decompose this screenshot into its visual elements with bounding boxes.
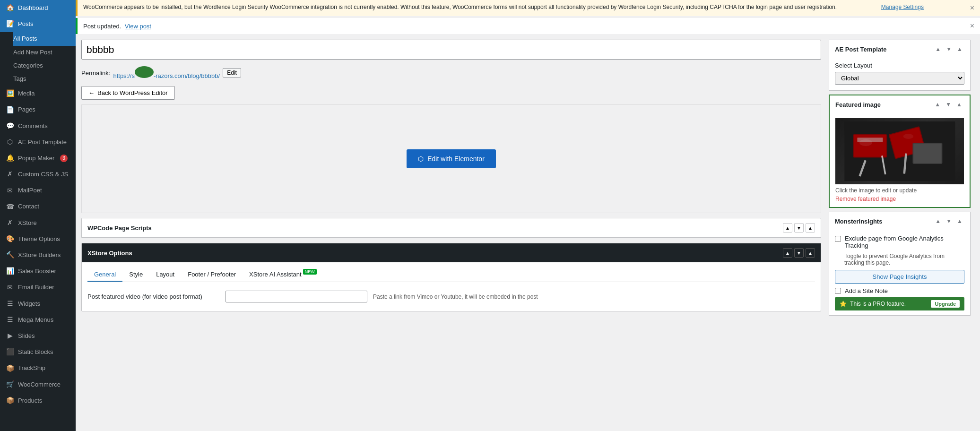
upgrade-button[interactable]: Upgrade xyxy=(931,300,960,308)
sidebar-item-sales-booster[interactable]: 📊 Sales Booster xyxy=(0,263,76,279)
pro-feature-bar: ⭐ This is a PRO feature. Upgrade xyxy=(835,297,964,310)
sidebar-item-theme-options[interactable]: 🎨 Theme Options xyxy=(0,231,76,247)
monster-collapse-down-btn[interactable]: ▼ xyxy=(944,217,954,225)
back-arrow-icon: ← xyxy=(88,89,95,96)
sidebar-item-comments[interactable]: 💬 Comments xyxy=(0,118,76,134)
sidebar-item-mailpoet[interactable]: ✉ MailPoet xyxy=(0,182,76,198)
sidebar-item-pages[interactable]: 📄 Pages xyxy=(0,102,76,118)
sidebar-item-xstore[interactable]: ✗ XStore xyxy=(0,215,76,231)
wpcode-expand-btn[interactable]: ▼ xyxy=(794,223,804,233)
layout-select[interactable]: Global Option 2 Option 3 xyxy=(835,72,964,85)
view-post-link[interactable]: View post xyxy=(125,23,151,30)
updated-text: Post updated. xyxy=(83,23,121,30)
sidebar-item-widgets[interactable]: ☰ Widgets xyxy=(0,296,76,312)
featured-video-input[interactable] xyxy=(225,291,367,302)
updated-close-btn[interactable]: × xyxy=(970,22,974,30)
sidebar-item-posts[interactable]: 📝 Posts xyxy=(0,16,76,32)
sidebar-item-add-new-post[interactable]: Add New Post xyxy=(13,46,76,59)
sidebar-item-tags[interactable]: Tags xyxy=(13,72,76,86)
xstore-header[interactable]: XStore Options ▲ ▼ ▲ xyxy=(82,243,821,262)
select-layout-section: Select Layout Global Option 2 Option 3 xyxy=(829,58,970,90)
sidebar-item-popup-maker[interactable]: 🔔 Popup Maker 3 xyxy=(0,150,76,166)
wpcode-collapse-btn[interactable]: ▲ xyxy=(783,223,792,233)
email-builder-icon: ✉ xyxy=(6,283,14,292)
ae-collapse-up-btn[interactable]: ▲ xyxy=(933,45,943,53)
manage-settings-link[interactable]: Manage Settings xyxy=(881,4,924,10)
wpcode-metabox: WPCode Page Scripts ▲ ▼ ▲ xyxy=(81,218,821,238)
tracking-description: Toggle to prevent Google Analytics from … xyxy=(844,253,964,266)
sidebar-item-media[interactable]: 🖼️ Media xyxy=(0,86,76,102)
exclude-analytics-row: Exclude page from Google Analytics Track… xyxy=(835,235,964,249)
monster-collapse-up-btn[interactable]: ▲ xyxy=(933,217,943,225)
pro-feature-text: ⭐ This is a PRO feature. xyxy=(840,301,906,307)
tab-footer-prefooter[interactable]: Footer / Prefooter xyxy=(181,268,243,282)
wpcode-controls: ▲ ▼ ▲ xyxy=(783,223,815,233)
sidebar-item-dashboard[interactable]: 🏠 Dashboard xyxy=(0,0,76,16)
field-hint: Paste a link from Vimeo or Youtube, it w… xyxy=(373,293,538,300)
theme-options-icon: 🎨 xyxy=(6,235,14,243)
popup-maker-icon: 🔔 xyxy=(6,154,14,163)
featured-toggle-btn[interactable]: ▲ xyxy=(954,100,964,109)
comments-icon: 💬 xyxy=(6,122,14,130)
ae-panel-controls: ▲ ▼ ▲ xyxy=(933,45,964,53)
sidebar-item-categories[interactable]: Categories xyxy=(13,59,76,72)
exclude-analytics-label: Exclude page from Google Analytics Track… xyxy=(845,235,964,249)
tab-ai-assistant[interactable]: XStore AI Assistant NEW xyxy=(243,268,318,282)
back-to-wordpress-editor-button[interactable]: ← Back to WordPress Editor xyxy=(81,86,175,100)
contact-icon: ☎ xyxy=(6,203,14,211)
permalink-edit-button[interactable]: Edit xyxy=(223,68,241,78)
dashboard-icon: 🏠 xyxy=(6,4,14,12)
woocommerce-icon: 🛒 xyxy=(6,380,14,389)
add-site-note-checkbox[interactable] xyxy=(835,288,841,294)
featured-image-header[interactable]: Featured image ▲ ▼ ▲ xyxy=(830,95,970,113)
featured-collapse-up-btn[interactable]: ▲ xyxy=(933,100,942,109)
updated-bar: Post updated. View post × xyxy=(76,18,980,34)
featured-image-thumbnail[interactable] xyxy=(835,118,964,184)
monster-insights-body: Exclude page from Google Analytics Track… xyxy=(829,230,970,315)
xstore-builders-icon: 🔨 xyxy=(6,251,14,259)
xstore-toggle-btn[interactable]: ▲ xyxy=(806,248,815,258)
show-page-insights-button[interactable]: Show Page Insights xyxy=(835,270,964,284)
ae-toggle-btn[interactable]: ▲ xyxy=(955,45,964,53)
right-sidebar: AE Post Template ▲ ▼ ▲ Select Layout Glo… xyxy=(829,40,971,425)
sidebar-item-email-builder[interactable]: ✉ Email Builder xyxy=(0,279,76,295)
sidebar-item-static-blocks[interactable]: ⬛ Static Blocks xyxy=(0,344,76,360)
post-title-input[interactable] xyxy=(81,40,821,60)
notice-text: WooCommerce appears to be installed, but… xyxy=(83,4,837,10)
ae-templates-icon: ⬡ xyxy=(6,138,14,147)
xstore-body: General Style Layout Footer / Prefooter … xyxy=(82,262,821,311)
tab-general[interactable]: General xyxy=(87,268,122,282)
sales-booster-icon: 📊 xyxy=(6,267,14,276)
featured-collapse-down-btn[interactable]: ▼ xyxy=(944,100,953,109)
tab-layout[interactable]: Layout xyxy=(149,268,181,282)
edit-with-elementor-button[interactable]: ⬡ Edit with Elementor xyxy=(407,149,496,168)
sidebar-item-all-posts[interactable]: All Posts xyxy=(13,32,76,45)
permalink-link[interactable]: https://s-razors.com/blog/bbbbb/ xyxy=(113,66,220,79)
sidebar-item-ae-templates[interactable]: ⬡ AE Post Template xyxy=(0,134,76,150)
xstore-expand-btn[interactable]: ▼ xyxy=(794,248,804,258)
wpcode-toggle-btn[interactable]: ▲ xyxy=(806,223,815,233)
sidebar: 🏠 Dashboard 📝 Posts All Posts Add New Po… xyxy=(0,0,76,431)
sidebar-item-contact[interactable]: ☎ Contact xyxy=(0,198,76,215)
exclude-analytics-checkbox[interactable] xyxy=(835,236,841,242)
sidebar-item-trackship[interactable]: 📦 TrackShip xyxy=(0,360,76,376)
monster-toggle-btn[interactable]: ▲ xyxy=(955,217,964,225)
posts-icon: 📝 xyxy=(6,20,14,28)
ae-post-template-header[interactable]: AE Post Template ▲ ▼ ▲ xyxy=(829,40,970,58)
featured-image-panel: Featured image ▲ ▼ ▲ xyxy=(829,95,971,208)
wpcode-metabox-header[interactable]: WPCode Page Scripts ▲ ▼ ▲ xyxy=(82,218,821,238)
xstore-collapse-btn[interactable]: ▲ xyxy=(783,248,792,258)
svg-point-11 xyxy=(859,139,872,146)
sidebar-item-mega-menus[interactable]: ☰ Mega Menus xyxy=(0,312,76,328)
tab-style[interactable]: Style xyxy=(122,268,149,282)
sidebar-item-slides[interactable]: ▶ Slides xyxy=(0,328,76,344)
add-site-note-label: Add a Site Note xyxy=(845,287,888,294)
sidebar-item-products[interactable]: 📦 Products xyxy=(0,393,76,409)
sidebar-item-xstore-builders[interactable]: 🔨 XStore Builders xyxy=(0,247,76,263)
sidebar-item-custom-css[interactable]: ✗ Custom CSS & JS xyxy=(0,166,76,182)
sidebar-item-woocommerce[interactable]: 🛒 WooCommerce xyxy=(0,377,76,393)
notice-close-btn[interactable]: × xyxy=(970,4,974,12)
ae-collapse-down-btn[interactable]: ▼ xyxy=(944,45,954,53)
monster-insights-header[interactable]: MonsterInsights ▲ ▼ ▲ xyxy=(829,212,970,230)
remove-featured-image-link[interactable]: Remove featured image xyxy=(835,196,896,202)
